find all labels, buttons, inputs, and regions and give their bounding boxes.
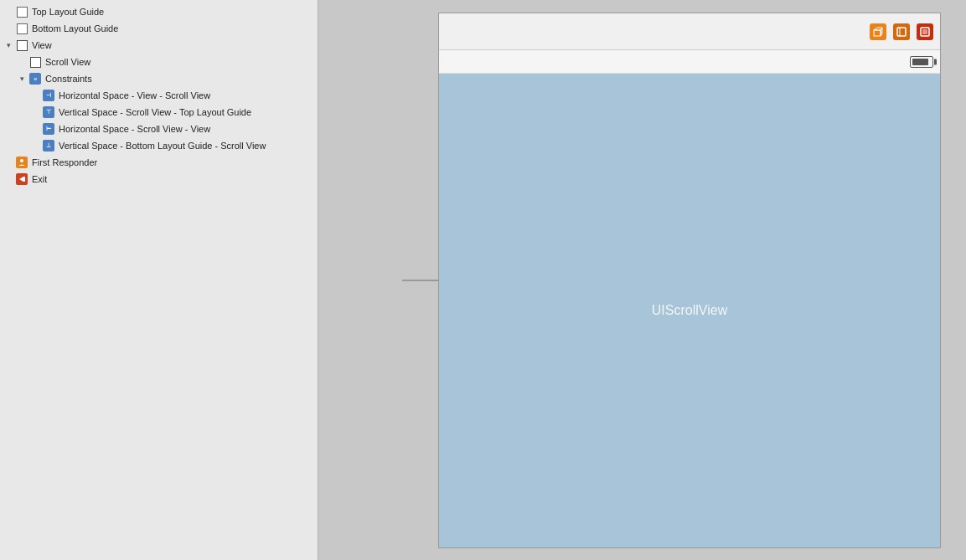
disclosure-constraints[interactable] (17, 74, 27, 84)
label-view: View (32, 40, 52, 50)
label-constraints: Constraints (45, 74, 92, 84)
svg-rect-2 (874, 30, 881, 36)
svg-rect-1 (23, 177, 25, 182)
icon-exit (15, 172, 28, 186)
document-outline[interactable]: Top Layout Guide Bottom Layout Guide Vie… (0, 0, 318, 560)
tree-item-view[interactable]: View (0, 37, 318, 54)
iphone-toolbar (439, 13, 940, 50)
label-bottom-layout-guide: Bottom Layout Guide (32, 23, 118, 33)
icon-bottom-layout-guide (15, 22, 28, 35)
label-v-space-bottom-scroll: Vertical Space - Bottom Layout Guide - S… (59, 141, 266, 151)
label-scroll-view: Scroll View (45, 57, 90, 67)
status-bar (439, 50, 940, 74)
battery-fill (912, 59, 928, 65)
icon-view (15, 39, 28, 52)
icon-top-layout-guide (15, 5, 28, 18)
label-exit: Exit (32, 174, 47, 184)
icon-v-space-bottom-scroll: ⊥ (42, 139, 55, 152)
label-top-layout-guide: Top Layout Guide (32, 7, 104, 17)
icon-h-space-scroll-view: ⊢ (42, 122, 55, 136)
canvas-area: UIScrollView (318, 0, 966, 560)
label-h-space-view-scroll: Horizontal Space - View - Scroll View (59, 90, 210, 100)
tree-item-first-responder[interactable]: First Responder (0, 154, 318, 171)
tree-item-scroll-view[interactable]: Scroll View (0, 54, 318, 70)
disclosure-view[interactable] (3, 40, 13, 50)
toolbar-icon-orange-cube[interactable] (870, 23, 886, 40)
svg-point-0 (20, 159, 23, 162)
tree-item-constraints[interactable]: ≡ Constraints (0, 70, 318, 87)
tree-item-top-layout-guide[interactable]: Top Layout Guide (0, 3, 318, 20)
tree-item-v-space-bottom-scroll[interactable]: ⊥ Vertical Space - Bottom Layout Guide -… (0, 137, 318, 154)
toolbar-icon-red-list[interactable] (917, 23, 933, 40)
toolbar-icon-orange-box[interactable] (893, 23, 910, 40)
scroll-view-label: UIScrollView (652, 303, 727, 318)
label-first-responder: First Responder (32, 157, 97, 167)
icon-constraints: ≡ (28, 72, 42, 85)
tree-item-h-space-view-scroll[interactable]: ⊣ Horizontal Space - View - Scroll View (0, 87, 318, 104)
tree-item-h-space-scroll-view[interactable]: ⊢ Horizontal Space - Scroll View - View (0, 121, 318, 137)
iphone-frame: UIScrollView (438, 13, 941, 548)
toolbar-icons (870, 23, 933, 40)
svg-rect-6 (897, 28, 906, 36)
icon-h-space-view-scroll: ⊣ (42, 89, 55, 102)
scroll-view-canvas: UIScrollView (439, 74, 940, 547)
icon-first-responder (15, 156, 28, 169)
label-v-space-scroll-top: Vertical Space - Scroll View - Top Layou… (59, 107, 251, 117)
battery-icon (910, 56, 933, 68)
label-h-space-scroll-view: Horizontal Space - Scroll View - View (59, 124, 210, 134)
tree-item-exit[interactable]: Exit (0, 171, 318, 188)
tree-item-v-space-scroll-top[interactable]: ⊤ Vertical Space - Scroll View - Top Lay… (0, 104, 318, 121)
tree-item-bottom-layout-guide[interactable]: Bottom Layout Guide (0, 20, 318, 37)
icon-scroll-view (28, 55, 42, 69)
icon-v-space-scroll-top: ⊤ (42, 105, 55, 119)
